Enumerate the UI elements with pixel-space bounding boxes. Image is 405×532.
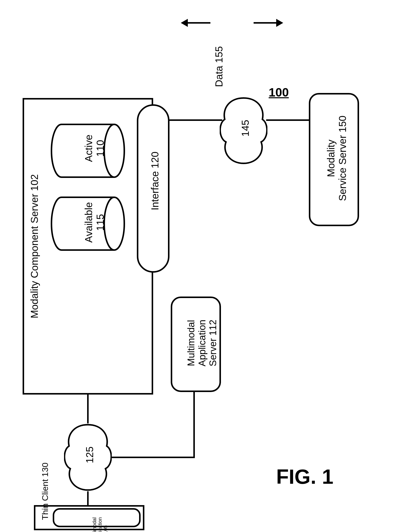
diagram-canvas-v2: 100 FIG. 1 Modality Component Server 102… (0, 0, 405, 532)
data-155-text: Data 155 (213, 38, 225, 95)
thin-client-label-text-v2: Thin Client 130 (40, 463, 50, 520)
available-db-text: Available 115 (83, 197, 106, 248)
conn-cloud145-mss (266, 119, 309, 121)
svg-point-11 (104, 197, 124, 250)
thin-client-app-label-h-span: Multimodal Application 105 (92, 517, 108, 532)
cloud-125-text-span: 125 (84, 447, 95, 463)
cloud-145-text-span: 145 (240, 120, 251, 137)
mas-text-span: Multimodal Application Server 112 (186, 320, 218, 366)
available-db-text-span: Available 115 (83, 202, 106, 243)
mas-text: Multimodal Application Server 112 (186, 299, 219, 387)
conn-cloud125-thinclient (87, 491, 89, 506)
data-155-text-span: Data 155 (213, 46, 224, 87)
arrow-left (181, 19, 188, 27)
mcs-label: Modality Component Server 102 (29, 102, 40, 391)
mss-text-span: Modality Service Server 150 (325, 116, 348, 201)
cloud-125-text: 125 (84, 440, 95, 470)
conn-cloud125-mas-v (193, 392, 195, 458)
arrow-right-line (254, 22, 276, 24)
interface-text-span: Interface 120 (149, 152, 160, 210)
figure-label-v2: FIG. 1 (276, 465, 333, 489)
arrow-right (276, 19, 283, 27)
figure-label-text-v2: FIG. 1 (276, 465, 333, 488)
arrow-left-line (188, 22, 210, 24)
figure-number-v2: 100 (269, 85, 289, 99)
thin-client-label-v2: Thin Client 130 (40, 454, 50, 529)
mss-text: Modality Service Server 150 (325, 98, 348, 219)
active-db-text: Active 110 (83, 126, 106, 171)
conn-server-cloud125 (87, 395, 89, 423)
conn-cloud125-mas-h (110, 457, 193, 458)
mcs-label-text: Modality Component Server 102 (29, 174, 40, 318)
thin-client-app-label-h: Multimodal Application 105 (56, 512, 137, 532)
svg-point-8 (104, 124, 124, 177)
active-db-text-span: Active 110 (83, 135, 106, 162)
cloud-145-text: 145 (240, 113, 251, 143)
conn-interface-cloud145 (169, 119, 222, 121)
figure-number-text-v2: 100 (269, 86, 289, 99)
interface-text: Interface 120 (149, 106, 161, 256)
